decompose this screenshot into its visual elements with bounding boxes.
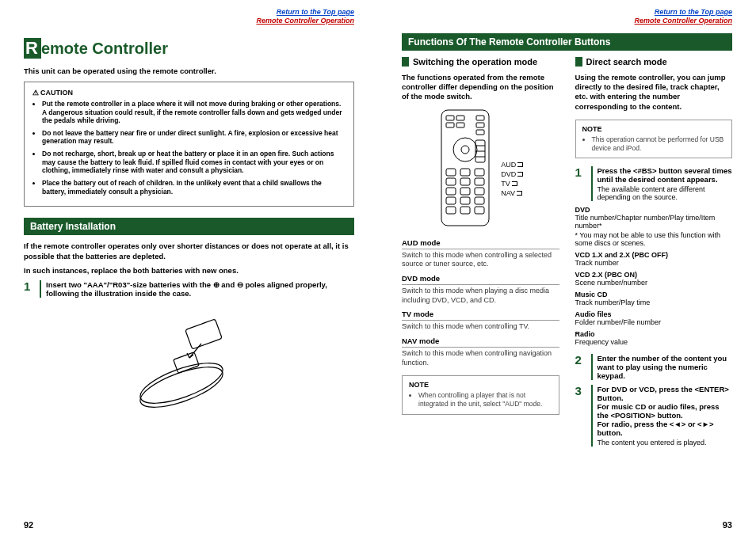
note-item: When controlling a player that is not in… [418,391,552,409]
svg-rect-10 [446,123,454,127]
col-switching: Switching the operation mode The functio… [402,57,559,451]
svg-point-1 [136,355,227,412]
battery-p1: If the remote controller operates only o… [24,241,354,261]
svg-rect-20 [460,169,470,176]
def-block: RadioFrequency value [575,330,733,346]
chapter-title-rest: emote Controller [41,40,168,57]
two-columns: Switching the operation mode The functio… [402,57,732,451]
mode-desc: Switch to this mode when controlling a s… [402,251,559,269]
direct-desc: Using the remote controller, you can jum… [575,73,733,112]
mode-block: DVD mode Switch to this mode when playin… [402,274,559,305]
chapter-title-initial: R [24,38,41,59]
step-number: 2 [575,354,586,380]
svg-rect-30 [475,197,484,204]
col-direct: Direct search mode Using the remote cont… [575,57,733,451]
page-number-right: 93 [402,511,732,536]
svg-rect-25 [446,188,456,195]
svg-rect-8 [446,116,454,120]
page-right: Return to the Top page Remote Controller… [378,8,756,536]
mode-title: NAV mode [402,336,559,348]
intro-text: This unit can be operated using the remo… [24,67,354,75]
svg-rect-33 [475,207,484,214]
note-box-left: NOTE When controlling a player that is n… [402,375,559,414]
page-number-left: 92 [24,511,354,536]
note-title: NOTE [409,381,552,389]
remote-svg [437,108,493,227]
step-number: 1 [24,280,35,298]
link-section[interactable]: Remote Controller Operation [24,17,354,25]
def-block: Audio filesFolder number/File number [575,310,733,326]
svg-rect-11 [456,123,464,127]
direct-step-3: 3 For DVD or VCD, press the <ENTER> Butt… [575,385,733,447]
remote-illustration-svg [126,312,253,415]
svg-point-7 [461,146,469,154]
mode-block: TV mode Switch to this mode when control… [402,310,559,332]
chapter-title: Remote Controller [24,38,354,59]
caution-item: Put the remote controller in a place whe… [42,100,346,125]
caution-item: Place the battery out of reach of childr… [42,179,346,196]
caution-item: Do not recharge, short, break up or heat… [42,150,346,175]
note-title: NOTE [582,125,726,133]
battery-p2: In such instances, replace the both batt… [24,266,354,276]
svg-rect-23 [460,178,470,185]
step-body: For DVD or VCD, press the <ENTER> Button… [591,385,733,447]
mode-block: AUD mode Switch to this mode when contro… [402,238,559,269]
svg-rect-12 [476,116,484,120]
link-section[interactable]: Remote Controller Operation [402,17,732,25]
battery-heading: Battery Installation [24,218,354,235]
svg-rect-31 [446,207,456,214]
mode-title: DVD mode [402,274,559,285]
def-extra: * You may not be able to use this functi… [575,231,733,247]
def-block: DVDTitle number/Chapter number/Play time… [575,206,733,230]
step-number: 1 [575,166,586,201]
switching-desc: The functions operated from the remote c… [402,73,559,102]
svg-rect-28 [446,197,456,204]
page-left: Return to the Top page Remote Controller… [0,8,378,536]
step-body: Enter the number of the content you want… [591,354,733,380]
direct-step-1: 1 Press the <#BS> button several times u… [575,166,733,201]
top-links: Return to the Top page Remote Controller… [402,8,732,25]
direct-step-2: 2 Enter the number of the content you wa… [575,354,733,380]
mode-desc: Switch to this mode when controlling nav… [402,349,559,367]
caution-box: CAUTION Put the remote controller in a p… [24,82,354,207]
def-block: VCD 1.X and 2.X (PBC OFF)Track number [575,251,733,267]
step-number: 3 [575,385,586,447]
mode-title: TV mode [402,310,559,321]
step-text: Insert two "AAA"/"R03"-size batteries wi… [40,280,354,298]
svg-rect-26 [460,188,470,195]
mode-title: AUD mode [402,238,559,249]
mode-label: TV [501,180,523,188]
caution-item: Do not leave the battery near fire or un… [42,129,346,146]
link-top[interactable]: Return to the Top page [402,8,732,17]
svg-point-0 [136,359,227,416]
remote-diagram: AUD DVD TV NAV [402,108,559,227]
mode-label: DVD [501,170,523,178]
mode-label: AUD [501,161,523,169]
functions-heading: Functions Of The Remote Controller Butto… [402,33,732,51]
svg-rect-29 [460,197,470,204]
mode-switch-labels: AUD DVD TV NAV [501,108,523,227]
svg-rect-21 [475,169,484,176]
svg-rect-3 [173,352,198,373]
svg-rect-19 [446,169,456,176]
svg-rect-24 [475,178,484,185]
svg-point-6 [453,138,477,162]
def-block: Music CDTrack number/Play time [575,291,733,306]
top-links: Return to the Top page Remote Controller… [24,8,354,25]
svg-rect-22 [446,178,456,185]
def-block: VCD 2.X (PBC ON)Scene number/number [575,271,733,287]
svg-rect-9 [456,116,464,120]
svg-rect-14 [476,130,484,135]
mode-desc: Switch to this mode when controlling TV. [402,322,559,332]
battery-step: 1 Insert two "AAA"/"R03"-size batteries … [24,280,354,298]
svg-rect-27 [475,188,484,195]
caution-title: CAUTION [32,89,346,97]
svg-rect-13 [476,123,484,127]
battery-illustration [24,312,354,416]
mode-desc: Switch to this mode when playing a disc … [402,287,559,305]
mode-label: NAV [501,189,523,197]
link-top[interactable]: Return to the Top page [24,8,354,17]
step-body: Press the <#BS> button several times unt… [591,166,733,201]
switching-heading: Switching the operation mode [402,57,559,67]
svg-rect-2 [185,319,221,349]
